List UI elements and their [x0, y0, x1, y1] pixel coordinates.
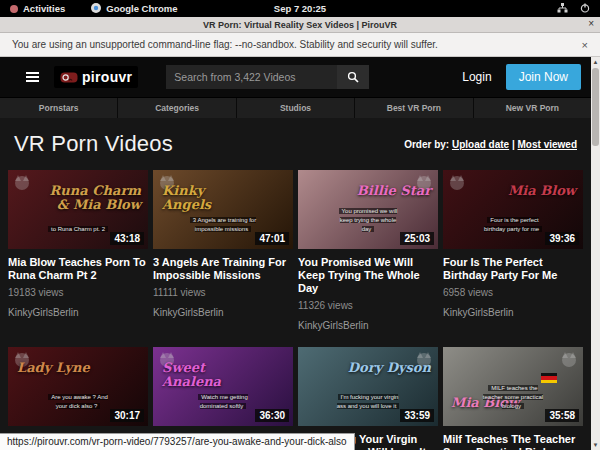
- video-duration-badge: 33:59: [400, 409, 434, 422]
- thumbnail-overlay-title: Mia Blow: [508, 184, 576, 198]
- video-views: 11111 views: [153, 287, 293, 298]
- thumbnail-overlay-title: Sweet Analena: [162, 361, 257, 388]
- nav-item-studios[interactable]: Studios: [236, 98, 354, 118]
- video-title-link[interactable]: You Promised We Will Keep Trying The Who…: [298, 256, 438, 295]
- video-duration-badge: 47:01: [255, 232, 289, 245]
- video-thumbnail[interactable]: Lady Lyne Are you awake ? And your dick …: [8, 347, 148, 426]
- video-studio-link[interactable]: KinkyGirlsBerlin: [443, 307, 583, 319]
- main-nav: Pornstars Categories Studios Best VR Por…: [0, 97, 591, 118]
- search-button[interactable]: [337, 65, 369, 89]
- video-thumbnail[interactable]: Runa Charm & Mia Blow to Runa Charm pt. …: [8, 170, 148, 249]
- video-card: Runa Charm & Mia Blow to Runa Charm pt. …: [8, 170, 148, 332]
- vr-headset-icon: [60, 72, 78, 83]
- video-thumbnail[interactable]: Dory Dyson I'm fucking your virgin ass a…: [298, 347, 438, 426]
- window-title-bar: VR Porn: Virtual Reality Sex Videos | Pi…: [0, 17, 600, 33]
- thumbnail-overlay-title: Dory Dyson: [348, 361, 431, 375]
- thumbnail-overlay-title: Kinky Angels: [162, 184, 257, 211]
- search-icon: [347, 71, 359, 83]
- video-duration-badge: 25:03: [400, 232, 434, 245]
- video-card: Billie Star You promised we will keep tr…: [298, 170, 438, 332]
- video-duration-badge: 35:58: [545, 409, 579, 422]
- status-bar-url: https://pirouvr.com/vr-porn-video/779325…: [0, 433, 355, 450]
- search-input[interactable]: [166, 65, 337, 89]
- video-title-link[interactable]: Milf Teaches The Teacher Some Practical …: [443, 433, 583, 450]
- order-by-most-viewed-link[interactable]: Most viewed: [518, 139, 577, 150]
- thumbnail-overlay-caption: MILF teaches the teacher some practical …: [478, 384, 548, 411]
- video-card: Mia Blow MILF teaches the teacher some p…: [443, 347, 583, 450]
- studio-cat-logo-icon: [562, 353, 576, 367]
- thumbnail-overlay-caption: You promised we will keep trying the who…: [333, 207, 403, 234]
- browser-viewport: pirouvr Login Join Now Pornstars Categor…: [0, 57, 591, 450]
- nav-item-best-vr[interactable]: Best VR Porn: [354, 98, 472, 118]
- video-title-link[interactable]: Mia Blow Teaches Porn To Runa Charm Pt 2: [8, 256, 148, 282]
- app-menu-google-chrome[interactable]: Google Chrome: [106, 3, 177, 14]
- nav-item-pornstars[interactable]: Pornstars: [0, 98, 117, 118]
- thumbnail-overlay-caption: Are you awake ? And your dick also ?: [43, 393, 113, 411]
- video-duration-badge: 36:30: [255, 409, 289, 422]
- video-studio-link[interactable]: KinkyGirlsBerlin: [8, 307, 148, 319]
- page-scrollbar[interactable]: ▲ ▼: [591, 57, 600, 450]
- activities-button[interactable]: Activities: [23, 3, 65, 14]
- order-by: Order by: Upload date | Most viewed: [404, 139, 577, 150]
- thumbnail-overlay-caption: Four is the perfect birthday party for m…: [478, 216, 548, 234]
- thumbnail-overlay-title: Billie Star: [357, 184, 431, 198]
- video-thumbnail[interactable]: Billie Star You promised we will keep tr…: [298, 170, 438, 249]
- login-link[interactable]: Login: [462, 70, 491, 84]
- video-card: Kinky Angels 3 Angels are training for i…: [153, 170, 293, 332]
- order-by-separator: |: [512, 139, 515, 150]
- search-bar: [166, 65, 369, 89]
- clock[interactable]: Sep 7 20:25: [0, 3, 600, 14]
- logo-text: pirouvr: [82, 69, 132, 85]
- video-card: Mia Blow Four is the perfect birthday pa…: [443, 170, 583, 332]
- scroll-up-icon[interactable]: ▲: [591, 57, 600, 67]
- site-logo[interactable]: pirouvr: [54, 66, 138, 88]
- power-icon[interactable]: [580, 3, 590, 15]
- record-indicator-icon: [10, 5, 18, 13]
- thumbnail-overlay-caption: Watch me getting dominated softly: [188, 393, 258, 411]
- network-icon[interactable]: [557, 3, 568, 15]
- video-views: 11326 views: [298, 300, 438, 311]
- warning-message: You are using an unsupported command-lin…: [0, 39, 438, 50]
- thumbnail-overlay-title: Runa Charm & Mia Blow: [46, 184, 141, 211]
- video-thumbnail[interactable]: Sweet Analena Watch me getting dominated…: [153, 347, 293, 426]
- order-by-label: Order by:: [404, 139, 449, 150]
- chrome-warning-bar: You are using an unsupported command-lin…: [0, 33, 600, 57]
- video-thumbnail[interactable]: Kinky Angels 3 Angels are training for i…: [153, 170, 293, 249]
- system-top-bar: Activities Google Chrome Sep 7 20:25: [0, 0, 600, 17]
- video-duration-badge: 30:17: [110, 409, 144, 422]
- nav-item-categories[interactable]: Categories: [117, 98, 235, 118]
- thumbnail-overlay-caption: I'm fucking your virgin ass and you will…: [333, 393, 403, 411]
- video-thumbnail[interactable]: Mia Blow Four is the perfect birthday pa…: [443, 170, 583, 249]
- video-views: 19183 views: [8, 287, 148, 298]
- studio-cat-logo-icon: [15, 176, 29, 190]
- page-heading-row: VR Porn Videos Order by: Upload date | M…: [0, 118, 591, 161]
- video-duration-badge: 39:36: [545, 232, 579, 245]
- hamburger-menu-icon[interactable]: [26, 72, 39, 82]
- join-now-button[interactable]: Join Now: [506, 64, 581, 90]
- video-studio-link[interactable]: KinkyGirlsBerlin: [298, 320, 438, 332]
- video-title-link[interactable]: Four Is The Perfect Birthday Party For M…: [443, 256, 583, 282]
- thumbnail-overlay-caption: 3 Angels are training for impossible mis…: [188, 216, 258, 234]
- page-title: VR Porn Videos: [14, 131, 173, 157]
- video-duration-badge: 43:18: [110, 232, 144, 245]
- warning-close-icon[interactable]: ×: [582, 39, 600, 51]
- window-close-icon[interactable]: ×: [588, 18, 594, 29]
- site-header: pirouvr Login Join Now: [0, 57, 591, 97]
- video-title-link[interactable]: 3 Angels Are Training For Impossible Mis…: [153, 256, 293, 282]
- video-thumbnail[interactable]: Mia Blow MILF teaches the teacher some p…: [443, 347, 583, 426]
- scrollbar-thumb[interactable]: [592, 68, 599, 146]
- video-studio-link[interactable]: KinkyGirlsBerlin: [153, 307, 293, 319]
- german-flag-icon: [541, 373, 557, 383]
- order-by-upload-date-link[interactable]: Upload date: [452, 139, 509, 150]
- video-grid: Runa Charm & Mia Blow to Runa Charm pt. …: [8, 170, 583, 450]
- thumbnail-overlay-caption: to Runa Charm pt. 2: [48, 225, 108, 234]
- chrome-icon: [91, 3, 101, 15]
- studio-cat-logo-icon: [450, 176, 464, 190]
- window-title: VR Porn: Virtual Reality Sex Videos | Pi…: [0, 20, 600, 30]
- nav-item-new-vr[interactable]: New VR Porn: [473, 98, 591, 118]
- thumbnail-overlay-title: Lady Lyne: [17, 361, 90, 375]
- scroll-down-icon[interactable]: ▼: [591, 440, 600, 450]
- video-views: 6958 views: [443, 287, 583, 298]
